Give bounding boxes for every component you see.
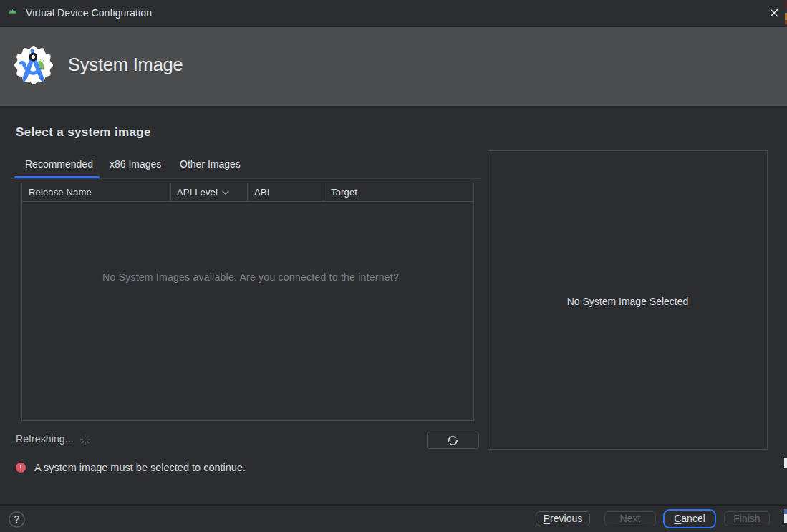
svg-text:?: ? — [14, 513, 20, 525]
